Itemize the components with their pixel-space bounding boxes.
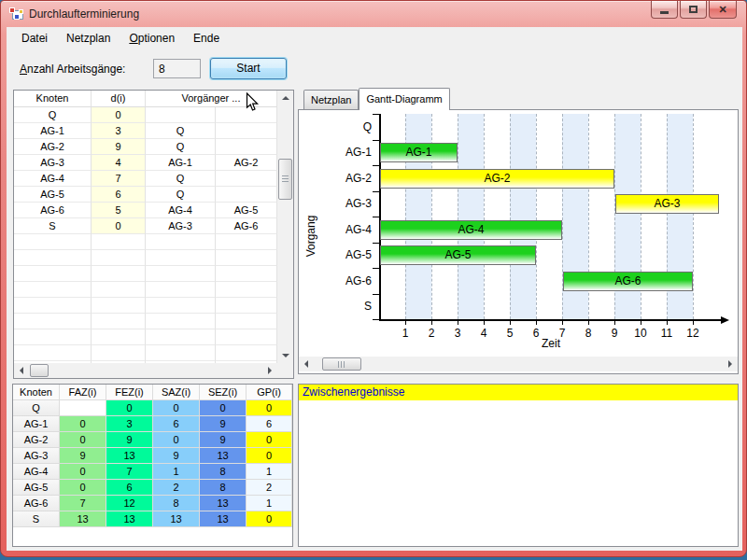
cell[interactable]: Q: [146, 187, 216, 203]
y-tick: [373, 140, 379, 141]
table-row: AG-13Q: [14, 123, 277, 139]
cell: 1: [247, 496, 292, 511]
cell[interactable]: Q: [14, 107, 92, 123]
cell[interactable]: S: [14, 218, 92, 234]
y-category-label: AG-5: [299, 248, 372, 261]
cell: [216, 250, 277, 266]
scroll-up-button[interactable]: [277, 91, 293, 105]
cell: 9: [200, 416, 247, 432]
scroll-left-button[interactable]: [14, 363, 29, 378]
tab-netzplan[interactable]: Netzplan: [303, 90, 359, 109]
y-tick: [373, 243, 379, 244]
results-header: Zwischenergebnisse: [299, 385, 738, 400]
cell[interactable]: 9: [92, 139, 146, 155]
scroll-right-button[interactable]: [723, 357, 738, 371]
cell[interactable]: Q: [146, 139, 216, 155]
x-tick-label: 9: [605, 327, 624, 340]
cell: 9: [106, 432, 153, 448]
app-icon: [9, 7, 24, 21]
cell[interactable]: AG-4: [146, 203, 216, 218]
hscroll-thumb[interactable]: [30, 364, 49, 377]
y-tick: [373, 217, 379, 217]
start-button[interactable]: Start: [210, 58, 287, 79]
minimize-icon: [660, 11, 669, 14]
y-tick: [373, 114, 379, 115]
cell[interactable]: 5: [92, 203, 146, 218]
top-table-hscrollbar[interactable]: [14, 363, 277, 378]
cell: 9: [200, 432, 247, 448]
close-button[interactable]: ✕: [709, 1, 737, 19]
cell[interactable]: 0: [92, 218, 146, 234]
cell[interactable]: AG-4: [14, 171, 92, 187]
minimize-button[interactable]: [651, 1, 678, 19]
menu-item-ende[interactable]: Ende: [184, 28, 229, 49]
cell[interactable]: [216, 187, 277, 203]
cell[interactable]: [146, 107, 216, 123]
table-row: AG-103696: [13, 416, 292, 432]
gantt-gridline: [510, 114, 511, 319]
cell[interactable]: AG-5: [216, 203, 277, 218]
y-tick: [373, 319, 379, 320]
y-tick: [373, 165, 379, 166]
y-tick: [373, 294, 379, 295]
anzahl-input[interactable]: [153, 59, 201, 78]
cell[interactable]: AG-1: [146, 155, 216, 171]
arrow-up-icon: [282, 96, 289, 100]
maximize-button[interactable]: [680, 1, 707, 19]
cell[interactable]: AG-2: [216, 155, 277, 171]
x-tick-label: 1: [396, 327, 415, 340]
cell[interactable]: AG-5: [14, 187, 92, 203]
scroll-down-button[interactable]: [277, 348, 293, 363]
cell: AG-6: [13, 496, 60, 511]
x-tick: [641, 321, 641, 325]
tab-gantt-diagramm[interactable]: Gantt-Diagramm: [359, 88, 449, 110]
x-tick-label: 7: [553, 327, 571, 340]
menu-item-datei[interactable]: Datei: [12, 28, 57, 49]
titlebar[interactable]: Durchlaufterminierung: [1, 1, 746, 27]
gantt-bar: AG-6: [563, 272, 693, 291]
table-row-empty: [14, 250, 277, 266]
table-row-empty: [14, 298, 277, 314]
cell: 6: [106, 480, 153, 496]
cell: 0: [247, 448, 292, 464]
top-table-header: Knotend(i)Vorgänger ...: [14, 91, 277, 107]
scroll-right-button[interactable]: [262, 363, 277, 378]
menu-item-optionen[interactable]: Optionen: [120, 28, 184, 49]
cell: 0: [60, 480, 106, 496]
cell: [92, 329, 146, 345]
cell: [146, 266, 216, 282]
cell[interactable]: [216, 171, 277, 187]
vscroll-thumb[interactable]: [278, 159, 292, 200]
cell: Q: [13, 400, 60, 416]
gantt-stripe: [458, 114, 484, 319]
cell[interactable]: 6: [92, 187, 146, 203]
cell[interactable]: Q: [146, 171, 216, 187]
scroll-left-button[interactable]: [299, 357, 314, 371]
cell[interactable]: AG-3: [146, 218, 216, 234]
menu-item-netzplan[interactable]: Netzplan: [57, 28, 120, 49]
cell: [14, 234, 92, 250]
cell[interactable]: AG-3: [14, 155, 92, 171]
cell: [92, 345, 146, 361]
cell[interactable]: AG-6: [14, 203, 92, 218]
menu-bar: DateiNetzplanOptionenEnde: [7, 27, 742, 49]
cell[interactable]: [216, 139, 277, 155]
cell: 13: [200, 511, 247, 527]
cell: 0: [247, 400, 292, 416]
gantt-hscrollbar[interactable]: [299, 357, 738, 371]
cell[interactable]: 0: [92, 107, 146, 123]
hscroll-thumb[interactable]: [322, 357, 361, 371]
cell[interactable]: AG-6: [216, 218, 277, 234]
cell: [14, 329, 92, 345]
cell[interactable]: AG-2: [14, 139, 92, 155]
cell[interactable]: AG-1: [14, 123, 92, 139]
cell[interactable]: [216, 123, 277, 139]
cell: 0: [60, 464, 106, 480]
cell[interactable]: 4: [92, 155, 146, 171]
header-cell: d(i): [92, 91, 146, 107]
cell[interactable]: 3: [92, 123, 146, 139]
cell[interactable]: Q: [146, 123, 216, 139]
top-table-vscrollbar[interactable]: [277, 91, 293, 363]
cell: 0: [200, 400, 247, 416]
cell[interactable]: 7: [92, 171, 146, 187]
